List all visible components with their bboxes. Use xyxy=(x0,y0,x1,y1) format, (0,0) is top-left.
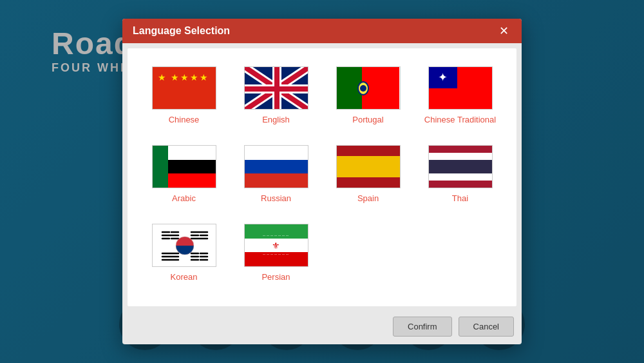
lang-item-korean[interactable]: Korean xyxy=(140,219,227,287)
flag-korean xyxy=(152,224,216,267)
lang-label-russian: Russian xyxy=(261,193,291,203)
lang-item-chinese-traditional[interactable]: ✦ Chinese Traditional xyxy=(417,61,504,130)
dialog-body: Chinese xyxy=(128,48,516,306)
lang-item-chinese[interactable]: Chinese xyxy=(140,61,227,130)
language-grid: Chinese xyxy=(140,61,504,287)
cancel-button[interactable]: Cancel xyxy=(459,317,514,337)
lang-label-chinese-traditional: Chinese Traditional xyxy=(424,115,496,124)
svg-point-47 xyxy=(180,246,189,255)
flag-spain xyxy=(336,145,401,188)
lang-label-portugal: Portugal xyxy=(352,115,383,124)
language-dialog: Language Selection ✕ Chinese xyxy=(122,19,522,344)
flag-portugal xyxy=(336,66,401,110)
modal-overlay: Language Selection ✕ Chinese xyxy=(0,0,644,363)
flag-taiwan: ✦ xyxy=(428,66,493,110)
flag-persian: ╌╌╌╌╌╌╌ ⚜ ╌╌╌╌╌╌╌ xyxy=(244,224,308,267)
lang-item-arabic[interactable]: Arabic xyxy=(140,140,227,208)
svg-point-46 xyxy=(180,237,189,246)
dialog-close-button[interactable]: ✕ xyxy=(497,25,511,37)
dialog-header: Language Selection ✕ xyxy=(122,19,522,43)
lang-item-thai[interactable]: Thai xyxy=(417,140,504,208)
lang-label-arabic: Arabic xyxy=(172,193,196,203)
lang-label-chinese: Chinese xyxy=(169,115,200,124)
flag-chinese xyxy=(152,66,216,110)
lang-label-thai: Thai xyxy=(452,193,468,203)
dialog-title: Language Selection xyxy=(133,25,230,37)
flag-arabic xyxy=(152,145,216,188)
lang-label-english: English xyxy=(262,115,290,124)
dialog-footer: Confirm Cancel xyxy=(122,311,522,344)
flag-thai xyxy=(428,145,493,188)
lang-item-spain[interactable]: Spain xyxy=(325,140,412,208)
confirm-button[interactable]: Confirm xyxy=(393,317,452,337)
lang-item-portugal[interactable]: Portugal xyxy=(325,61,412,130)
lang-label-korean: Korean xyxy=(171,272,198,282)
flag-english xyxy=(244,66,308,110)
lang-label-spain: Spain xyxy=(357,193,379,203)
svg-rect-23 xyxy=(245,86,308,92)
lang-item-russian[interactable]: Russian xyxy=(232,140,319,208)
lang-label-persian: Persian xyxy=(261,272,290,282)
lang-item-english[interactable]: English xyxy=(232,61,319,130)
flag-russian xyxy=(244,145,308,188)
lang-item-persian[interactable]: ╌╌╌╌╌╌╌ ⚜ ╌╌╌╌╌╌╌ Persian xyxy=(232,219,319,287)
